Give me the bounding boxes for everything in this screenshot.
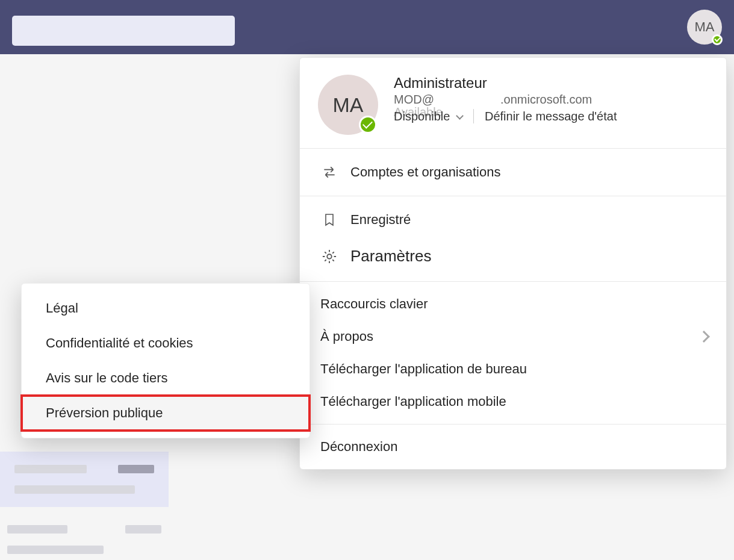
avatar-button[interactable]: MA: [687, 10, 722, 45]
background-skeleton: [0, 452, 169, 560]
legal-item[interactable]: Légal: [22, 291, 309, 326]
email-prefix: MOD@: [394, 93, 434, 106]
profile-header: MA Administrateur MOD@.onmicrosoft.com A…: [300, 58, 726, 148]
avatar-initials: MA: [695, 19, 715, 35]
profile-menu: MA Administrateur MOD@.onmicrosoft.com A…: [299, 57, 727, 470]
menu-label: À propos: [320, 329, 373, 344]
search-input[interactable]: [12, 16, 235, 46]
menu-label: Comptes et organisations: [350, 164, 500, 180]
privacy-cookies-item[interactable]: Confidentialité et cookies: [22, 326, 309, 361]
chevron-right-icon: [698, 331, 710, 343]
status-label: Disponible: [394, 110, 450, 123]
svg-point-0: [327, 254, 331, 258]
profile-avatar: MA: [318, 75, 378, 135]
menu-label: Raccourcis clavier: [320, 296, 428, 312]
presence-available-icon: [359, 116, 377, 134]
presence-available-icon: [712, 34, 723, 45]
email-domain: .onmicrosoft.com: [500, 93, 592, 106]
menu-label: Déconnexion: [320, 439, 397, 455]
menu-label: Paramètres: [350, 247, 431, 266]
about-item[interactable]: À propos: [300, 320, 726, 353]
top-bar: MA: [0, 0, 734, 54]
saved-item[interactable]: Enregistré: [300, 202, 726, 237]
public-preview-item[interactable]: Préversion publique: [22, 396, 309, 431]
gear-icon: [320, 247, 338, 266]
bookmark-icon: [320, 211, 338, 229]
third-party-notice-item[interactable]: Avis sur le code tiers: [22, 361, 309, 396]
menu-label: Télécharger l'application mobile: [320, 394, 506, 409]
avatar-initials: MA: [333, 93, 364, 117]
menu-label: Télécharger l'application de bureau: [320, 361, 527, 377]
swap-arrows-icon: [320, 163, 338, 181]
profile-email: MOD@.onmicrosoft.com: [394, 93, 708, 107]
status-dropdown[interactable]: Disponible: [394, 110, 462, 123]
divider: [473, 109, 474, 123]
keyboard-shortcuts-item[interactable]: Raccourcis clavier: [300, 288, 726, 320]
settings-item[interactable]: Paramètres: [300, 237, 726, 275]
download-mobile-item[interactable]: Télécharger l'application mobile: [300, 385, 726, 418]
accounts-orgs-item[interactable]: Comptes et organisations: [300, 155, 726, 190]
menu-label: Enregistré: [350, 212, 411, 228]
sign-out-item[interactable]: Déconnexion: [300, 431, 726, 463]
profile-name: Administrateur: [394, 75, 708, 92]
about-submenu: Légal Confidentialité et cookies Avis su…: [21, 283, 310, 438]
chevron-down-icon: [456, 112, 464, 120]
download-desktop-item[interactable]: Télécharger l'application de bureau: [300, 353, 726, 385]
set-status-message-link[interactable]: Définir le message d'état: [485, 110, 617, 123]
